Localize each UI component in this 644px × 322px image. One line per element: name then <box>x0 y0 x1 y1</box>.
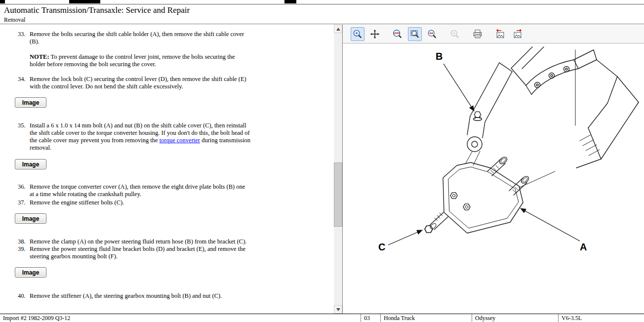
callout-arrow-a <box>521 208 580 241</box>
zoom-out-icon <box>449 29 460 40</box>
zoom-100-button[interactable]: 100% <box>391 27 404 41</box>
zoom-in-icon <box>352 29 363 40</box>
step-33: 33. Remove the bolts securing the shift … <box>0 31 334 45</box>
callout-arrow-b <box>443 64 474 111</box>
step-text: Remove the lock bolt (C) securing the co… <box>30 76 251 90</box>
step-39: 39. Remove the power steering fluid line… <box>0 245 334 260</box>
page-subtitle: Removal <box>4 16 644 23</box>
pan-icon <box>369 29 380 40</box>
zoom-dynamic-icon <box>427 29 438 40</box>
status-make: Honda Truck <box>380 314 472 322</box>
image-button-3[interactable]: Image <box>15 213 46 224</box>
diagram-area[interactable]: B C A <box>343 44 644 314</box>
callout-label-b: B <box>436 51 443 62</box>
next-image-icon <box>512 29 523 40</box>
step-number: 40. <box>18 292 30 300</box>
scrollbar-thumb[interactable] <box>334 162 342 227</box>
image-button-row: Image <box>15 97 334 108</box>
step-number: 34. <box>18 76 30 90</box>
note-block: NOTE: To prevent damage to the control l… <box>30 53 251 68</box>
procedure-content: 33. Remove the bolts securing the shift … <box>0 31 334 300</box>
step-text: Remove the bolts securing the shift cabl… <box>30 31 251 45</box>
status-model: Odyssey <box>472 314 558 322</box>
step-text: Remove the power steering fluid line bra… <box>30 245 251 260</box>
print-button[interactable] <box>471 27 484 41</box>
zoom-100-icon: 100% <box>392 29 403 40</box>
step-number: 39. <box>18 245 30 260</box>
window-artifact <box>0 0 5 3</box>
step-40: 40. Remove the stiffener (A), the steeri… <box>0 292 334 300</box>
pan-button[interactable] <box>368 27 382 41</box>
zoom-in-button[interactable] <box>351 27 364 41</box>
step-34: 34. Remove the lock bolt (C) securing th… <box>0 76 334 90</box>
image-button-row: Image <box>15 267 334 278</box>
step-number: 35. <box>18 122 30 152</box>
previous-image-button[interactable] <box>493 27 507 41</box>
vertical-scrollbar[interactable] <box>334 25 342 314</box>
window-artifact <box>284 0 296 3</box>
callout-label-a: A <box>580 242 587 252</box>
document-header: Automatic Transmission/Transaxle: Servic… <box>0 4 644 24</box>
scroll-down-button[interactable] <box>334 305 342 314</box>
image-button-row: Image <box>15 213 334 224</box>
callout-arrow-c <box>388 230 422 245</box>
print-icon <box>472 29 483 40</box>
image-button-1[interactable]: Image <box>15 97 46 108</box>
scroll-up-button[interactable] <box>334 25 342 33</box>
previous-image-icon <box>495 29 506 40</box>
step-number: 38. <box>18 238 30 245</box>
note-label: NOTE: <box>30 53 49 60</box>
image-button-2[interactable]: Image <box>15 159 46 169</box>
image-button-4[interactable]: Image <box>15 267 46 278</box>
arrow-down-icon <box>336 308 340 311</box>
image-button-row: Image <box>15 159 334 169</box>
fit-to-window-icon <box>409 29 420 40</box>
note-text: To prevent damage to the control lever j… <box>30 53 235 68</box>
step-number: 36. <box>18 183 30 198</box>
window-top-edge <box>0 0 644 4</box>
transmission-diagram: B C A <box>343 44 644 314</box>
page-title: Automatic Transmission/Transaxle: Servic… <box>4 5 644 15</box>
step-text: Remove the clamp (A) on the power steeri… <box>30 238 251 245</box>
image-toolbar: 100% <box>343 25 644 43</box>
next-image-button[interactable] <box>511 27 524 41</box>
procedure-text-pane: 33. Remove the bolts securing the shift … <box>0 25 343 314</box>
main-split: 33. Remove the bolts securing the shift … <box>0 25 644 314</box>
fit-to-window-button[interactable] <box>408 27 422 41</box>
step-text: Install a 6 x 1.0 x 14 mm bolt (A) and n… <box>30 122 251 152</box>
callout-label-c: C <box>378 242 385 252</box>
status-bar: Import #2 1982-2009 Q3-12 03 Honda Truck… <box>0 314 644 322</box>
zoom-out-button[interactable] <box>448 27 462 41</box>
step-35: 35. Install a 6 x 1.0 x 14 mm bolt (A) a… <box>0 122 334 152</box>
status-year: 03 <box>361 314 380 322</box>
step-38: 38. Remove the clamp (A) on the power st… <box>0 238 334 245</box>
step-number: 33. <box>18 31 30 45</box>
scrollbar-track[interactable] <box>334 33 342 305</box>
step-37: 37. Remove the engine stiffener bolts (C… <box>0 199 334 206</box>
step-number: 37. <box>18 199 30 206</box>
step-text: Remove the stiffener (A), the steering g… <box>30 292 251 300</box>
zoom-dynamic-button[interactable] <box>425 27 439 41</box>
arrow-up-icon <box>336 28 340 31</box>
step-text: Remove the torque converter cover (A), t… <box>30 183 251 198</box>
status-dataset: Import #2 1982-2009 Q3-12 <box>0 314 361 322</box>
illustration-pane: 100% <box>343 25 644 314</box>
window-artifact <box>69 0 100 3</box>
step-text: Remove the engine stiffener bolts (C). <box>30 199 251 206</box>
torque-converter-link[interactable]: torque converter <box>160 137 200 144</box>
step-36: 36. Remove the torque converter cover (A… <box>0 183 334 198</box>
svg-text:100%: 100% <box>394 32 401 35</box>
status-engine: V6-3.5L <box>558 314 644 322</box>
